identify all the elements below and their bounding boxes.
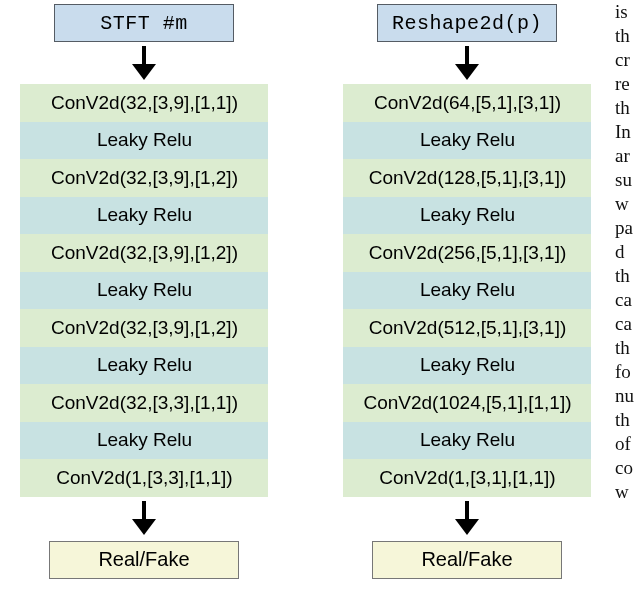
text-fragment: d (615, 240, 640, 264)
text-fragment: ca (615, 312, 640, 336)
left-header-label: STFT #m (100, 12, 188, 35)
arrow-down-icon (455, 46, 479, 80)
text-fragment: ar (615, 144, 640, 168)
layer-label: Leaky Relu (420, 354, 515, 376)
layer-label: ConV2d(32,[3,9],[1,2]) (51, 317, 238, 339)
layer-label: ConV2d(512,[5,1],[3,1]) (369, 317, 567, 339)
text-fragment: th (615, 24, 640, 48)
text-fragment: w (615, 480, 640, 504)
layer-label: Leaky Relu (97, 429, 192, 451)
right-header-label: Reshape2d(p) (392, 12, 542, 35)
text-fragment: fo (615, 360, 640, 384)
arrow-down-icon (455, 501, 479, 535)
right-column: Reshape2d(p) ConV2d(64,[5,1],[3,1]) Leak… (343, 4, 591, 579)
layer-label: Leaky Relu (420, 279, 515, 301)
conv-layer: ConV2d(1,[3,1],[1,1]) (343, 459, 591, 497)
layer-label: ConV2d(64,[5,1],[3,1]) (374, 92, 561, 114)
activation-layer: Leaky Relu (20, 422, 268, 460)
text-fragment: su (615, 168, 640, 192)
layer-label: ConV2d(1,[3,3],[1,1]) (56, 467, 232, 489)
left-output-box: Real/Fake (49, 541, 239, 579)
text-fragment: th (615, 264, 640, 288)
layer-label: Leaky Relu (97, 129, 192, 151)
text-fragment: re (615, 72, 640, 96)
layer-label: ConV2d(128,[5,1],[3,1]) (369, 167, 567, 189)
text-fragment: co (615, 456, 640, 480)
activation-layer: Leaky Relu (20, 347, 268, 385)
conv-layer: ConV2d(32,[3,9],[1,2]) (20, 309, 268, 347)
layer-label: ConV2d(32,[3,9],[1,2]) (51, 167, 238, 189)
conv-layer: ConV2d(32,[3,9],[1,1]) (20, 84, 268, 122)
layer-label: ConV2d(256,[5,1],[3,1]) (369, 242, 567, 264)
activation-layer: Leaky Relu (343, 422, 591, 460)
layer-label: ConV2d(32,[3,9],[1,2]) (51, 242, 238, 264)
conv-layer: ConV2d(512,[5,1],[3,1]) (343, 309, 591, 347)
text-fragment: w (615, 192, 640, 216)
activation-layer: Leaky Relu (343, 347, 591, 385)
text-fragment: th (615, 96, 640, 120)
activation-layer: Leaky Relu (20, 197, 268, 235)
layer-label: ConV2d(32,[3,9],[1,1]) (51, 92, 238, 114)
text-fragment: pa (615, 216, 640, 240)
activation-layer: Leaky Relu (20, 122, 268, 160)
layer-label: Leaky Relu (97, 204, 192, 226)
arrow-down-icon (132, 46, 156, 80)
conv-layer: ConV2d(64,[5,1],[3,1]) (343, 84, 591, 122)
layer-label: Leaky Relu (97, 354, 192, 376)
activation-layer: Leaky Relu (343, 272, 591, 310)
activation-layer: Leaky Relu (343, 197, 591, 235)
text-fragment: of (615, 432, 640, 456)
right-header-box: Reshape2d(p) (377, 4, 557, 42)
right-layer-stack: ConV2d(64,[5,1],[3,1]) Leaky Relu ConV2d… (343, 84, 591, 497)
diagram-canvas: STFT #m ConV2d(32,[3,9],[1,1]) Leaky Rel… (0, 0, 640, 603)
layer-label: Leaky Relu (420, 129, 515, 151)
conv-layer: ConV2d(32,[3,9],[1,2]) (20, 234, 268, 272)
conv-layer: ConV2d(32,[3,9],[1,2]) (20, 159, 268, 197)
text-fragment: ca (615, 288, 640, 312)
conv-layer: ConV2d(32,[3,3],[1,1]) (20, 384, 268, 422)
layer-label: Leaky Relu (420, 429, 515, 451)
arrow-down-icon (132, 501, 156, 535)
output-label: Real/Fake (98, 548, 189, 571)
conv-layer: ConV2d(128,[5,1],[3,1]) (343, 159, 591, 197)
activation-layer: Leaky Relu (20, 272, 268, 310)
conv-layer: ConV2d(1024,[5,1],[1,1]) (343, 384, 591, 422)
left-layer-stack: ConV2d(32,[3,9],[1,1]) Leaky Relu ConV2d… (20, 84, 268, 497)
layer-label: ConV2d(1,[3,1],[1,1]) (379, 467, 555, 489)
right-output-box: Real/Fake (372, 541, 562, 579)
text-fragment: th (615, 408, 640, 432)
text-fragment: In (615, 120, 640, 144)
conv-layer: ConV2d(1,[3,3],[1,1]) (20, 459, 268, 497)
conv-layer: ConV2d(256,[5,1],[3,1]) (343, 234, 591, 272)
layer-label: ConV2d(32,[3,3],[1,1]) (51, 392, 238, 414)
activation-layer: Leaky Relu (343, 122, 591, 160)
text-fragment: th (615, 336, 640, 360)
layer-label: Leaky Relu (420, 204, 515, 226)
cropped-text-column: is th cr re th In ar su w pa d th ca ca … (615, 0, 640, 603)
text-fragment: cr (615, 48, 640, 72)
left-column: STFT #m ConV2d(32,[3,9],[1,1]) Leaky Rel… (20, 4, 268, 579)
left-header-box: STFT #m (54, 4, 234, 42)
layer-label: ConV2d(1024,[5,1],[1,1]) (363, 392, 571, 414)
output-label: Real/Fake (421, 548, 512, 571)
layer-label: Leaky Relu (97, 279, 192, 301)
text-fragment: is (615, 0, 640, 24)
text-fragment: nu (615, 384, 640, 408)
